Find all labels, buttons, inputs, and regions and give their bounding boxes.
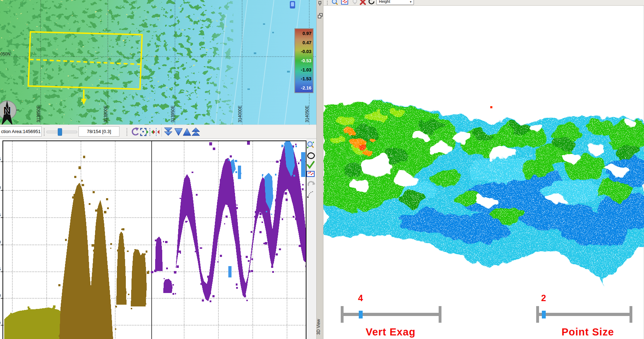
axis-tick-label: 5 <box>0 320 1 324</box>
color-by-combo[interactable]: Height ▼ <box>376 0 414 5</box>
slice-slider-handle[interactable] <box>58 128 62 136</box>
legend-value: -2.16 <box>295 83 313 92</box>
rotate-icon[interactable] <box>132 127 139 135</box>
northing-label: 050N <box>0 52 11 57</box>
page-up-fast-icon[interactable] <box>192 128 200 136</box>
easting-label: 313900E <box>103 105 108 122</box>
point-size-value: 2 <box>538 293 549 303</box>
vert-exag-label: Vert Exag <box>361 326 421 338</box>
chevron-down-icon: ▼ <box>409 0 412 4</box>
collapse-horizontal-icon[interactable] <box>153 128 159 136</box>
point-size-slider-handle[interactable] <box>542 311 546 318</box>
pin-icon[interactable] <box>319 1 321 6</box>
svg-text:N: N <box>3 104 11 116</box>
map-view[interactable]: 313850E 313900E 313950E 314000E 314050E … <box>0 0 316 125</box>
page-down-fast-icon[interactable] <box>164 128 172 136</box>
zoom-select-icon[interactable] <box>331 0 339 6</box>
legend-value: 0.47 <box>295 38 313 47</box>
toolbar-icons <box>0 125 316 138</box>
expand-horizontal-icon[interactable] <box>146 128 153 136</box>
step-up-icon[interactable] <box>183 128 191 136</box>
point-size-slider-track[interactable] <box>536 313 632 316</box>
legend-value: 0.97 <box>295 29 313 38</box>
axis-tick-label: 5 <box>0 157 1 161</box>
axis-tick-label: 0 <box>0 240 1 244</box>
point-size-label: Point Size <box>556 326 620 338</box>
axis-tick-label: 0 <box>0 293 1 298</box>
easting-label: 314050E <box>305 105 310 122</box>
axis-tick-label: 5 <box>0 267 1 271</box>
float-window-icon[interactable] <box>318 13 322 18</box>
point-cloud[interactable] <box>323 103 644 285</box>
point-size-slider-right-cap <box>630 306 632 323</box>
profile-toolbar-bg <box>306 139 316 339</box>
legend-value: -1.53 <box>295 74 313 84</box>
map-pin-icon[interactable] <box>290 1 295 8</box>
zoom-extent-icon[interactable] <box>141 128 146 136</box>
lightbulb-icon[interactable] <box>352 0 359 6</box>
panel-title: 3D View <box>316 310 321 335</box>
slice-toolbar: ction Area:1456951 78/154 [0.3] <box>0 125 316 139</box>
axis-tick-label: 0 <box>0 185 1 190</box>
panel-title-strip <box>316 0 323 339</box>
vert-exag-slider-handle[interactable] <box>359 311 363 318</box>
outlier-point <box>490 106 492 108</box>
point-cloud-canvas <box>323 0 644 339</box>
delete-x-icon[interactable] <box>359 0 367 6</box>
view-3d[interactable]: Height ▼ 4 Vert Exag 2 Point Size <box>323 0 644 339</box>
map-canvas: 313850E 313900E 313950E 314000E 314050E … <box>0 0 316 125</box>
points-icon[interactable] <box>341 0 349 6</box>
easting-label: 314000E <box>238 105 242 122</box>
easting-label: 313950E <box>170 105 175 122</box>
profile-canvas: 5 0 5 0 5 0 5 <box>0 139 316 339</box>
color-by-value: Height <box>379 0 390 4</box>
dock-controls <box>317 1 323 22</box>
step-down-icon[interactable] <box>175 128 182 136</box>
legend-value: -0.53 <box>295 56 313 65</box>
easting-label: 313850E <box>36 105 41 122</box>
vert-exag-value: 4 <box>355 293 366 303</box>
toolbar-grip[interactable] <box>327 1 328 5</box>
view3d-toolbar: Height ▼ <box>323 0 644 6</box>
refresh-icon[interactable] <box>368 0 376 6</box>
points-icon[interactable] <box>307 171 314 177</box>
color-legend: 0.97 0.47 -0.03 -0.53 -1.03 -1.53 -2.16 <box>294 28 314 93</box>
legend-value: -0.03 <box>295 47 313 56</box>
vert-exag-slider-track[interactable] <box>341 313 441 316</box>
legend-value: -1.03 <box>295 65 313 74</box>
slice-profile-view[interactable]: 5 0 5 0 5 0 5 <box>0 139 316 339</box>
axis-tick-label: 5 <box>0 213 1 217</box>
vert-exag-slider-right-cap <box>439 306 441 323</box>
